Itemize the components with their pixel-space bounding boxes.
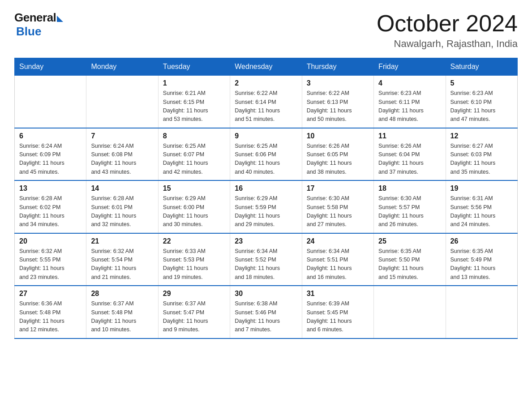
header-friday: Friday [374, 58, 446, 76]
day-info: Sunrise: 6:32 AMSunset: 5:55 PMDaylight:… [19, 247, 82, 282]
calendar-cell: 13Sunrise: 6:28 AMSunset: 6:02 PMDayligh… [15, 180, 86, 233]
day-number: 10 [307, 132, 369, 140]
calendar-cell: 16Sunrise: 6:29 AMSunset: 5:59 PMDayligh… [230, 180, 302, 233]
calendar-cell [446, 286, 517, 338]
day-number: 18 [378, 184, 441, 193]
location-title: Nawalgarh, Rajasthan, India [377, 38, 518, 50]
day-info: Sunrise: 6:26 AMSunset: 6:05 PMDaylight:… [307, 142, 369, 177]
day-info: Sunrise: 6:28 AMSunset: 6:01 PMDaylight:… [91, 194, 153, 229]
day-info: Sunrise: 6:32 AMSunset: 5:54 PMDaylight:… [91, 247, 153, 282]
calendar-cell: 26Sunrise: 6:35 AMSunset: 5:49 PMDayligh… [446, 233, 517, 286]
day-number: 2 [235, 79, 297, 87]
logo: General Blue [14, 11, 63, 39]
day-number: 24 [307, 237, 369, 245]
calendar-cell: 2Sunrise: 6:22 AMSunset: 6:14 PMDaylight… [230, 76, 302, 128]
calendar-cell [15, 76, 86, 128]
calendar-cell: 6Sunrise: 6:24 AMSunset: 6:09 PMDaylight… [15, 128, 86, 181]
day-info: Sunrise: 6:25 AMSunset: 6:07 PMDaylight:… [163, 142, 225, 177]
day-info: Sunrise: 6:31 AMSunset: 5:56 PMDaylight:… [450, 194, 513, 229]
day-number: 12 [450, 132, 513, 140]
day-info: Sunrise: 6:27 AMSunset: 6:03 PMDaylight:… [450, 142, 513, 177]
day-info: Sunrise: 6:38 AMSunset: 5:46 PMDaylight:… [235, 300, 297, 334]
day-number: 16 [235, 184, 297, 193]
calendar-cell [374, 286, 446, 338]
calendar-cell: 27Sunrise: 6:36 AMSunset: 5:48 PMDayligh… [15, 286, 86, 338]
day-info: Sunrise: 6:34 AMSunset: 5:51 PMDaylight:… [307, 247, 369, 282]
header-tuesday: Tuesday [158, 58, 230, 76]
day-number: 28 [91, 290, 153, 298]
day-number: 19 [450, 184, 513, 193]
day-number: 21 [91, 237, 153, 245]
day-info: Sunrise: 6:21 AMSunset: 6:15 PMDaylight:… [163, 89, 225, 124]
header-thursday: Thursday [302, 58, 373, 76]
calendar-cell: 20Sunrise: 6:32 AMSunset: 5:55 PMDayligh… [15, 233, 86, 286]
day-number: 29 [163, 290, 225, 298]
week-row-4: 20Sunrise: 6:32 AMSunset: 5:55 PMDayligh… [15, 233, 518, 286]
header-monday: Monday [86, 58, 158, 76]
day-number: 14 [91, 184, 153, 193]
day-info: Sunrise: 6:35 AMSunset: 5:50 PMDaylight:… [378, 247, 441, 282]
calendar-cell: 10Sunrise: 6:26 AMSunset: 6:05 PMDayligh… [302, 128, 373, 181]
calendar-cell: 9Sunrise: 6:25 AMSunset: 6:06 PMDaylight… [230, 128, 302, 181]
day-number: 1 [163, 79, 225, 87]
day-info: Sunrise: 6:37 AMSunset: 5:47 PMDaylight:… [163, 300, 225, 334]
week-row-3: 13Sunrise: 6:28 AMSunset: 6:02 PMDayligh… [15, 180, 518, 233]
calendar-cell: 30Sunrise: 6:38 AMSunset: 5:46 PMDayligh… [230, 286, 302, 338]
calendar-cell [86, 76, 158, 128]
day-info: Sunrise: 6:35 AMSunset: 5:49 PMDaylight:… [450, 247, 513, 282]
calendar-cell: 19Sunrise: 6:31 AMSunset: 5:56 PMDayligh… [446, 180, 517, 233]
calendar-cell: 17Sunrise: 6:30 AMSunset: 5:58 PMDayligh… [302, 180, 373, 233]
calendar-cell: 22Sunrise: 6:33 AMSunset: 5:53 PMDayligh… [158, 233, 230, 286]
day-number: 25 [378, 237, 441, 245]
day-info: Sunrise: 6:33 AMSunset: 5:53 PMDaylight:… [163, 247, 225, 282]
day-number: 11 [378, 132, 441, 140]
week-row-1: 1Sunrise: 6:21 AMSunset: 6:15 PMDaylight… [15, 76, 518, 128]
calendar-cell: 11Sunrise: 6:26 AMSunset: 6:04 PMDayligh… [374, 128, 446, 181]
header-row: SundayMondayTuesdayWednesdayThursdayFrid… [15, 58, 518, 76]
day-number: 15 [163, 184, 225, 193]
calendar-cell: 8Sunrise: 6:25 AMSunset: 6:07 PMDaylight… [158, 128, 230, 181]
day-info: Sunrise: 6:29 AMSunset: 6:00 PMDaylight:… [163, 194, 225, 229]
calendar-cell: 31Sunrise: 6:39 AMSunset: 5:45 PMDayligh… [302, 286, 373, 338]
day-info: Sunrise: 6:22 AMSunset: 6:14 PMDaylight:… [235, 89, 297, 124]
calendar-cell: 4Sunrise: 6:23 AMSunset: 6:11 PMDaylight… [374, 76, 446, 128]
logo-arrow-icon [57, 16, 63, 22]
day-number: 8 [163, 132, 225, 140]
day-info: Sunrise: 6:24 AMSunset: 6:09 PMDaylight:… [19, 142, 82, 177]
calendar-cell: 12Sunrise: 6:27 AMSunset: 6:03 PMDayligh… [446, 128, 517, 181]
day-info: Sunrise: 6:36 AMSunset: 5:48 PMDaylight:… [19, 300, 82, 334]
day-number: 27 [19, 290, 82, 298]
header-wednesday: Wednesday [230, 58, 302, 76]
day-info: Sunrise: 6:28 AMSunset: 6:02 PMDaylight:… [19, 194, 82, 229]
day-number: 4 [378, 79, 441, 87]
calendar-cell: 7Sunrise: 6:24 AMSunset: 6:08 PMDaylight… [86, 128, 158, 181]
day-number: 22 [163, 237, 225, 245]
day-number: 6 [19, 132, 82, 140]
day-number: 9 [235, 132, 297, 140]
calendar-cell: 18Sunrise: 6:30 AMSunset: 5:57 PMDayligh… [374, 180, 446, 233]
day-number: 30 [235, 290, 297, 298]
day-info: Sunrise: 6:22 AMSunset: 6:13 PMDaylight:… [307, 89, 369, 124]
calendar-cell: 15Sunrise: 6:29 AMSunset: 6:00 PMDayligh… [158, 180, 230, 233]
calendar-cell: 23Sunrise: 6:34 AMSunset: 5:52 PMDayligh… [230, 233, 302, 286]
week-row-5: 27Sunrise: 6:36 AMSunset: 5:48 PMDayligh… [15, 286, 518, 338]
day-info: Sunrise: 6:39 AMSunset: 5:45 PMDaylight:… [307, 300, 369, 334]
day-info: Sunrise: 6:26 AMSunset: 6:04 PMDaylight:… [378, 142, 441, 177]
day-info: Sunrise: 6:30 AMSunset: 5:58 PMDaylight:… [307, 194, 369, 229]
calendar-cell: 24Sunrise: 6:34 AMSunset: 5:51 PMDayligh… [302, 233, 373, 286]
calendar-cell: 21Sunrise: 6:32 AMSunset: 5:54 PMDayligh… [86, 233, 158, 286]
month-title: October 2024 [377, 11, 518, 36]
calendar-cell: 5Sunrise: 6:23 AMSunset: 6:10 PMDaylight… [446, 76, 517, 128]
day-number: 23 [235, 237, 297, 245]
logo-general-text: General [14, 11, 56, 25]
day-number: 20 [19, 237, 82, 245]
calendar-cell: 14Sunrise: 6:28 AMSunset: 6:01 PMDayligh… [86, 180, 158, 233]
week-row-2: 6Sunrise: 6:24 AMSunset: 6:09 PMDaylight… [15, 128, 518, 181]
header-saturday: Saturday [446, 58, 517, 76]
day-number: 17 [307, 184, 369, 193]
calendar-cell: 29Sunrise: 6:37 AMSunset: 5:47 PMDayligh… [158, 286, 230, 338]
calendar-cell: 25Sunrise: 6:35 AMSunset: 5:50 PMDayligh… [374, 233, 446, 286]
day-info: Sunrise: 6:37 AMSunset: 5:48 PMDaylight:… [91, 300, 153, 334]
day-number: 26 [450, 237, 513, 245]
title-section: October 2024 Nawalgarh, Rajasthan, India [377, 11, 518, 50]
